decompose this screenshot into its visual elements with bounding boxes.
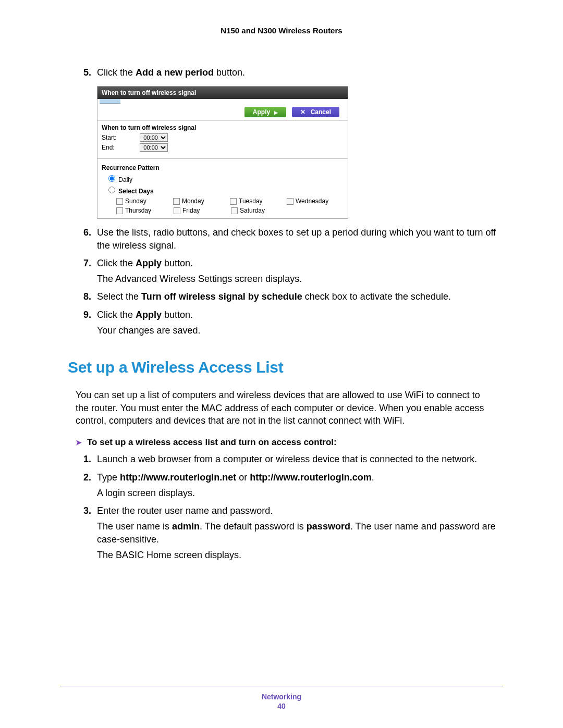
step-9-sub: Your changes are saved.: [97, 324, 503, 337]
day-sunday[interactable]: Sunday: [116, 196, 173, 206]
start-time-select[interactable]: 00:00: [140, 133, 168, 142]
chevron-right-icon: ➤: [76, 438, 82, 447]
step-6: 6. Use the lists, radio buttons, and che…: [83, 226, 503, 252]
day-label: Friday: [182, 207, 200, 214]
page-header-title: N150 and N300 Wireless Routers: [60, 26, 503, 35]
end-time-select[interactable]: 00:00: [140, 143, 168, 152]
text: or: [236, 472, 250, 483]
bold-text: http://www.routerlogin.com: [250, 472, 371, 483]
step-9: 9. Click the Apply button.: [83, 309, 503, 321]
radio-daily-label: Daily: [118, 176, 132, 183]
step-text: Click the Apply button.: [97, 309, 503, 321]
text: .: [372, 472, 374, 483]
bold-text: Apply: [136, 258, 162, 268]
checkbox-icon: [174, 207, 180, 214]
procedure-heading: ➤ To set up a wireless access list and t…: [76, 437, 503, 448]
step-number: 9.: [83, 309, 97, 321]
bold-text: password: [307, 521, 350, 532]
checkbox-icon: [116, 207, 123, 214]
step-text: Enter the router user name and password.: [97, 504, 503, 517]
radio-daily-input[interactable]: [108, 175, 115, 182]
day-label: Sunday: [125, 198, 146, 205]
day-wednesday[interactable]: Wednesday: [287, 196, 344, 206]
text: Select the: [97, 291, 141, 302]
checkbox-icon: [231, 207, 238, 214]
start-label: Start:: [102, 134, 138, 141]
text: The user name is: [97, 521, 172, 532]
bold-text: Apply: [136, 310, 162, 320]
bold-text: Add a new period: [136, 67, 214, 78]
step-7-sub: The Advanced Wireless Settings screen di…: [97, 273, 503, 285]
section-paragraph: You can set up a list of computers and w…: [76, 389, 495, 427]
day-label: Wednesday: [296, 198, 328, 205]
play-icon: ▶: [274, 110, 278, 115]
footer-page-number: 40: [0, 702, 563, 710]
proc-step-3: 3. Enter the router user name and passwo…: [83, 504, 503, 517]
text: Click the: [97, 310, 136, 320]
step-number: 3.: [83, 504, 97, 517]
step-text: Launch a web browser from a computer or …: [97, 453, 503, 465]
close-icon: ✕: [300, 108, 305, 116]
section-label: When to turn off wireless signal: [102, 124, 344, 131]
step-number: 1.: [83, 453, 97, 465]
proc-step-1: 1. Launch a web browser from a computer …: [83, 453, 503, 465]
day-label: Monday: [182, 198, 204, 205]
day-label: Thursday: [125, 207, 151, 214]
step-number: 7.: [83, 257, 97, 269]
text: button.: [162, 310, 193, 320]
day-monday[interactable]: Monday: [173, 196, 230, 206]
footer-divider: [60, 686, 503, 686]
end-label: End:: [102, 144, 138, 151]
section-heading: Set up a Wireless Access List: [68, 359, 503, 376]
dialog-tab-strip: [100, 99, 120, 104]
step-text: Use the lists, radio buttons, and check …: [97, 226, 503, 252]
bold-text: admin: [172, 521, 200, 532]
text: button.: [162, 258, 193, 268]
step-text: Select the Turn off wireless signal by s…: [97, 290, 503, 303]
step-number: 6.: [83, 226, 97, 252]
cancel-button-label: Cancel: [311, 108, 331, 116]
proc-step-3-sub2: The BASIC Home screen displays.: [97, 549, 503, 561]
step-number: 5.: [83, 66, 97, 79]
step-8: 8. Select the Turn off wireless signal b…: [83, 290, 503, 303]
day-saturday[interactable]: Saturday: [231, 206, 288, 215]
bold-text: Turn off wireless signal by schedule: [141, 291, 302, 302]
apply-button-label: Apply: [253, 108, 270, 116]
radio-daily[interactable]: Daily: [106, 174, 344, 183]
checkbox-icon: [116, 198, 123, 205]
bold-text: http://www.routerlogin.net: [120, 472, 236, 483]
day-tuesday[interactable]: Tuesday: [230, 196, 287, 206]
page-footer: Networking 40: [0, 692, 563, 711]
radio-select-days-input[interactable]: [108, 187, 115, 193]
step-text: Click the Apply button.: [97, 257, 503, 269]
radio-select-days-label: Select Days: [118, 188, 153, 195]
proc-step-2-sub: A login screen displays.: [97, 487, 503, 499]
proc-step-3-sub1: The user name is admin. The default pass…: [97, 520, 503, 546]
step-number: 8.: [83, 290, 97, 303]
cancel-button[interactable]: ✕Cancel: [292, 107, 339, 117]
text: . The default password is: [200, 521, 307, 532]
text: Type: [97, 472, 120, 483]
dialog-title-bar: When to turn off wireless signal: [97, 87, 348, 99]
step-number: 2.: [83, 471, 97, 484]
text: button.: [214, 67, 245, 78]
day-friday[interactable]: Friday: [174, 206, 231, 215]
day-label: Saturday: [240, 207, 265, 214]
checkbox-icon: [287, 198, 293, 205]
step-5: 5. Click the Add a new period button.: [83, 66, 503, 79]
radio-select-days[interactable]: Select Days: [106, 185, 344, 195]
footer-section-label: Networking: [0, 693, 563, 701]
text: Click the: [97, 67, 136, 78]
proc-step-2: 2. Type http://www.routerlogin.net or ht…: [83, 471, 503, 484]
procedure-title: To set up a wireless access list and tur…: [87, 437, 337, 448]
embedded-dialog: When to turn off wireless signal Apply▶ …: [97, 86, 348, 219]
checkbox-icon: [230, 198, 237, 205]
day-label: Tuesday: [239, 198, 263, 205]
recurrence-label: Recurrence Pattern: [102, 164, 344, 171]
day-thursday[interactable]: Thursday: [116, 206, 174, 215]
step-7: 7. Click the Apply button.: [83, 257, 503, 269]
text: Click the: [97, 258, 136, 268]
step-text: Click the Add a new period button.: [97, 66, 503, 79]
checkbox-icon: [173, 198, 180, 205]
apply-button[interactable]: Apply▶: [244, 107, 286, 117]
